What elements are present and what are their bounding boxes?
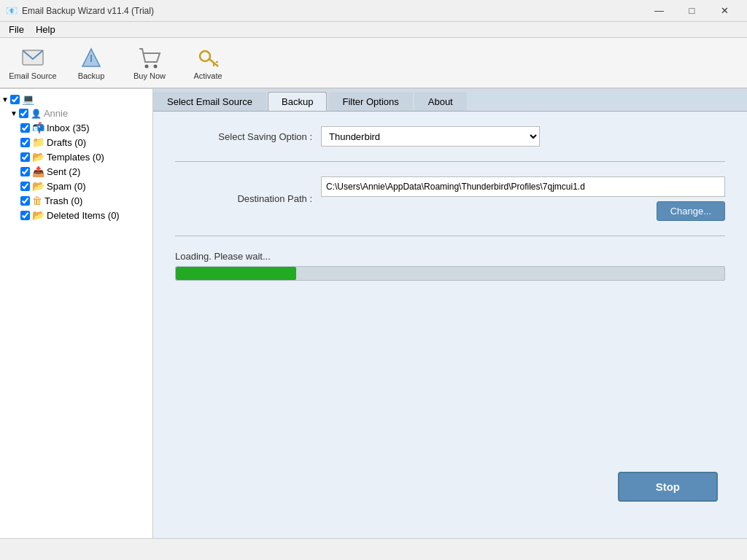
tabs: Select Email Source Backup Filter Option… (153, 89, 747, 112)
email-source-button[interactable]: Email Source (7, 41, 58, 85)
menu-file[interactable]: File (3, 23, 30, 36)
inbox-label: Inbox (35) (47, 122, 90, 133)
sent-checkbox[interactable] (20, 167, 30, 176)
saving-option-control: Thunderbird PST PDF EML MSG MBOX HTML (321, 126, 725, 147)
drafts-checkbox[interactable] (20, 138, 30, 147)
sidebar-item-inbox[interactable]: 📬 Inbox (35) (0, 120, 152, 135)
trash-checkbox[interactable] (20, 196, 30, 206)
statusbar (0, 538, 747, 560)
drafts-label: Drafts (0) (47, 137, 86, 148)
buy-now-button[interactable]: Buy Now (124, 41, 175, 85)
sidebar-item-sent[interactable]: 📤 Sent (2) (0, 164, 152, 179)
activate-button[interactable]: Activate (182, 41, 233, 85)
key-icon (196, 46, 220, 69)
spam-label: Spam (0) (47, 181, 85, 192)
sidebar-item-spam[interactable]: 📂 Spam (0) (0, 179, 152, 193)
window-controls: — □ ✕ (643, 0, 741, 22)
tree-account[interactable]: ▼ 👤 Annie (0, 106, 152, 120)
inbox-icon: 📬 (32, 122, 44, 133)
progress-label: Loading. Please wait... (175, 251, 725, 262)
tab-backup[interactable]: Backup (268, 92, 327, 111)
sidebar-item-drafts[interactable]: 📁 Drafts (0) (0, 135, 152, 149)
saving-option-label: Select Saving Option : (175, 131, 321, 142)
destination-path-row: Destination Path : Change... (175, 176, 725, 221)
divider-1 (175, 161, 725, 162)
tab-select-email-source[interactable]: Select Email Source (153, 92, 266, 111)
progress-section: Loading. Please wait... (175, 251, 725, 281)
minimize-button[interactable]: — (643, 0, 676, 22)
main-container: ▼ 💻 ▼ 👤 Annie 📬 Inbox (35) 📁 Drafts (0) … (0, 89, 747, 538)
maximize-button[interactable]: □ (676, 0, 708, 22)
spam-checkbox[interactable] (20, 182, 30, 191)
backup-icon (80, 46, 103, 69)
spam-icon: 📂 (32, 180, 44, 192)
saving-option-row: Select Saving Option : Thunderbird PST P… (175, 126, 725, 147)
stop-button[interactable]: Stop (618, 472, 718, 502)
close-button[interactable]: ✕ (708, 0, 741, 22)
account-checkbox[interactable] (19, 109, 28, 118)
app-icon: 📧 (6, 5, 18, 17)
deleted-icon: 📂 (32, 209, 44, 221)
account-name: Annie (44, 108, 68, 119)
sent-label: Sent (2) (47, 166, 80, 177)
email-source-icon (21, 46, 44, 69)
stop-button-container: Stop (618, 472, 718, 502)
progress-bar-fill (176, 267, 296, 280)
profile-icon: 👤 (31, 109, 42, 119)
sidebar-item-templates[interactable]: 📂 Templates (0) (0, 149, 152, 164)
deleted-label: Deleted Items (0) (47, 210, 120, 221)
svg-point-5 (200, 51, 210, 61)
tab-filter-options[interactable]: Filter Options (328, 92, 412, 111)
content-area: Select Email Source Backup Filter Option… (153, 89, 747, 538)
change-button[interactable]: Change... (657, 201, 725, 221)
deleted-checkbox[interactable] (20, 211, 30, 220)
saving-option-select[interactable]: Thunderbird PST PDF EML MSG MBOX HTML (321, 126, 540, 147)
tab-content-backup: Select Saving Option : Thunderbird PST P… (153, 112, 747, 538)
destination-path-input[interactable] (321, 176, 725, 197)
menubar: File Help (0, 22, 747, 38)
trash-label: Trash (0) (44, 195, 82, 206)
app-title: Email Backup Wizard v11.4 (Trial) (22, 6, 643, 16)
tree-root[interactable]: ▼ 💻 (0, 92, 152, 106)
sidebar-item-trash[interactable]: 🗑 Trash (0) (0, 193, 152, 208)
expand-arrow-1: ▼ (10, 109, 18, 117)
root-checkbox[interactable] (10, 95, 20, 104)
destination-path-label: Destination Path : (175, 193, 321, 204)
sidebar: ▼ 💻 ▼ 👤 Annie 📬 Inbox (35) 📁 Drafts (0) … (0, 89, 153, 538)
tab-about[interactable]: About (414, 92, 467, 111)
svg-point-3 (145, 64, 149, 68)
account-icon: 💻 (22, 93, 34, 105)
menu-help[interactable]: Help (30, 23, 61, 36)
templates-icon: 📂 (32, 151, 44, 163)
backup-button[interactable]: Backup (66, 41, 117, 85)
expand-arrow: ▼ (1, 96, 9, 104)
drafts-icon: 📁 (32, 136, 44, 148)
trash-icon: 🗑 (32, 195, 42, 206)
templates-label: Templates (0) (47, 152, 104, 163)
svg-point-4 (154, 64, 158, 68)
inbox-checkbox[interactable] (20, 123, 30, 133)
templates-checkbox[interactable] (20, 152, 30, 162)
destination-path-control: Change... (321, 176, 725, 221)
divider-2 (175, 236, 725, 236)
progress-bar-container (175, 266, 725, 281)
sidebar-item-deleted[interactable]: 📂 Deleted Items (0) (0, 208, 152, 222)
sent-icon: 📤 (32, 166, 44, 177)
toolbar: Email Source Backup Buy Now Activate (0, 38, 747, 89)
cart-icon (138, 46, 161, 69)
titlebar: 📧 Email Backup Wizard v11.4 (Trial) — □ … (0, 0, 747, 22)
